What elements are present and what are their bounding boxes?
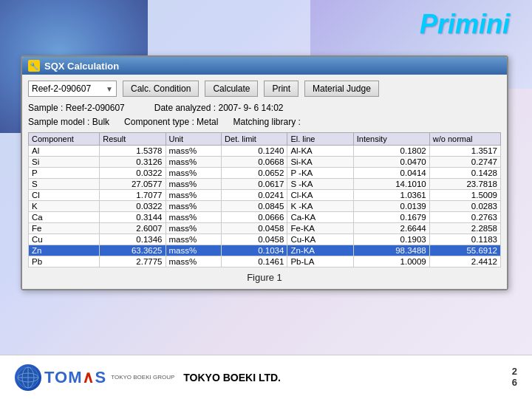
cell-result: 63.3625: [100, 245, 166, 256]
cell-intensity: 0.1679: [353, 212, 429, 223]
cell-unit: mass%: [166, 223, 222, 234]
cell-wonormal: 2.2858: [429, 223, 500, 234]
print-button[interactable]: Print: [264, 81, 299, 97]
sqx-calculation-window: 🔧 SQX Calculation Reef-2-090607 ▼ Calc. …: [21, 55, 508, 290]
table-row[interactable]: S27.0577mass%0.0617S -KA14.101023.7818: [29, 179, 501, 190]
cell-result: 0.3126: [100, 157, 166, 168]
cell-wonormal: 0.1183: [429, 234, 500, 245]
cell-result: 0.1346: [100, 234, 166, 245]
date-label: Date analyzed : 2007- 9- 6 14:02: [154, 103, 284, 113]
col-header-result: Result: [100, 133, 166, 146]
table-body: Al1.5378mass%0.1240Al-KA0.18021.3517Si0.…: [29, 146, 501, 267]
chevron-down-icon: ▼: [106, 85, 113, 93]
cell-elline: S -KA: [287, 179, 353, 190]
table-row[interactable]: K0.0322mass%0.0845K -KA0.01390.0283: [29, 201, 501, 212]
table-row[interactable]: P0.0322mass%0.0652P -KA0.04140.1428: [29, 168, 501, 179]
cell-elline: Ca-KA: [287, 212, 353, 223]
cell-result: 2.6007: [100, 223, 166, 234]
table-row[interactable]: Cu0.1346mass%0.0458Cu-KA0.19030.1183: [29, 234, 501, 245]
cell-intensity: 0.1802: [353, 146, 429, 157]
page-title: Primini: [420, 9, 510, 40]
cell-wonormal: 0.2763: [429, 212, 500, 223]
calculate-button[interactable]: Calculate: [205, 81, 258, 97]
cell-unit: mass%: [166, 157, 222, 168]
cell-unit: mass%: [166, 256, 222, 267]
cell-result: 0.0322: [100, 201, 166, 212]
cell-wonormal: 1.3517: [429, 146, 500, 157]
page-number: 26: [512, 366, 517, 388]
cell-component: Si: [29, 157, 100, 168]
cell-component: Fe: [29, 223, 100, 234]
cell-result: 27.0577: [100, 179, 166, 190]
col-header-component: Component: [29, 133, 100, 146]
results-table: Component Result Unit Det. limit El. lin…: [28, 132, 501, 267]
col-header-wonormal: w/o normal: [429, 133, 500, 146]
col-header-elline: El. line: [287, 133, 353, 146]
cell-result: 0.0322: [100, 168, 166, 179]
cell-intensity: 98.3488: [353, 245, 429, 256]
cell-detlimit: 0.0458: [222, 223, 287, 234]
window-title: SQX Calculation: [44, 61, 119, 72]
col-header-unit: Unit: [166, 133, 222, 146]
cell-elline: Cl-KA: [287, 190, 353, 201]
window-icon: 🔧: [28, 60, 40, 72]
material-judge-button[interactable]: Material Judge: [304, 81, 379, 97]
sample-dropdown[interactable]: Reef-2-090607 ▼: [28, 81, 117, 97]
cell-intensity: 0.0139: [353, 201, 429, 212]
cell-detlimit: 0.0241: [222, 190, 287, 201]
cell-detlimit: 0.0666: [222, 212, 287, 223]
calc-condition-button[interactable]: Calc. Condition: [123, 81, 199, 97]
cell-unit: mass%: [166, 212, 222, 223]
col-header-intensity: Intensity: [353, 133, 429, 146]
cell-intensity: 0.1903: [353, 234, 429, 245]
table-header-row: Component Result Unit Det. limit El. lin…: [29, 133, 501, 146]
cell-intensity: 14.1010: [353, 179, 429, 190]
table-row[interactable]: Ca0.3144mass%0.0666Ca-KA0.16790.2763: [29, 212, 501, 223]
table-row[interactable]: Si0.3126mass%0.0668Si-KA0.04700.2747: [29, 157, 501, 168]
cell-intensity: 0.0470: [353, 157, 429, 168]
cell-wonormal: 0.0283: [429, 201, 500, 212]
footer: TOM∧S TOKYO BOEKI GROUP TOKYO BOEKI LTD.…: [0, 355, 532, 399]
cell-component: Cl: [29, 190, 100, 201]
cell-result: 1.5378: [100, 146, 166, 157]
cell-elline: Pb-LA: [287, 256, 353, 267]
tomas-logo: TOM∧S TOKYO BOEKI GROUP: [15, 364, 174, 391]
cell-wonormal: 1.5009: [429, 190, 500, 201]
table-row[interactable]: Al1.5378mass%0.1240Al-KA0.18021.3517: [29, 146, 501, 157]
cell-wonormal: 0.2747: [429, 157, 500, 168]
cell-intensity: 1.0009: [353, 256, 429, 267]
cell-component: Ca: [29, 212, 100, 223]
cell-detlimit: 0.1461: [222, 256, 287, 267]
cell-unit: mass%: [166, 234, 222, 245]
cell-component: S: [29, 179, 100, 190]
cell-component: K: [29, 201, 100, 212]
cell-intensity: 1.0361: [353, 190, 429, 201]
cell-wonormal: 0.1428: [429, 168, 500, 179]
col-header-detlimit: Det. limit: [222, 133, 287, 146]
figure-caption: Figure 1: [28, 272, 501, 283]
dropdown-value: Reef-2-090607: [32, 83, 91, 94]
company-name: TOKYO BOEKI LTD.: [183, 372, 281, 383]
window-body: Reef-2-090607 ▼ Calc. Condition Calculat…: [22, 75, 507, 289]
table-row[interactable]: Pb2.7775mass%0.1461Pb-LA1.00092.4412: [29, 256, 501, 267]
cell-elline: P -KA: [287, 168, 353, 179]
cell-detlimit: 0.0845: [222, 201, 287, 212]
cell-elline: Al-KA: [287, 146, 353, 157]
toolbar: Reef-2-090607 ▼ Calc. Condition Calculat…: [28, 81, 501, 97]
cell-detlimit: 0.1034: [222, 245, 287, 256]
cell-wonormal: 55.6912: [429, 245, 500, 256]
table-row[interactable]: Cl1.7077mass%0.0241Cl-KA1.03611.5009: [29, 190, 501, 201]
table-row[interactable]: Zn63.3625mass%0.1034Zn-KA98.348855.6912: [29, 245, 501, 256]
cell-elline: Fe-KA: [287, 223, 353, 234]
table-row[interactable]: Fe2.6007mass%0.0458Fe-KA2.66442.2858: [29, 223, 501, 234]
cell-elline: Si-KA: [287, 157, 353, 168]
window-titlebar: 🔧 SQX Calculation: [22, 57, 507, 75]
logo-text: TOM∧S: [44, 368, 106, 387]
logo-subtitle: TOKYO BOEKI GROUP: [111, 374, 174, 381]
cell-unit: mass%: [166, 190, 222, 201]
cell-wonormal: 23.7818: [429, 179, 500, 190]
cell-wonormal: 2.4412: [429, 256, 500, 267]
sample-label: Sample : Reef-2-090607: [28, 103, 125, 113]
cell-result: 2.7775: [100, 256, 166, 267]
cell-detlimit: 0.0458: [222, 234, 287, 245]
